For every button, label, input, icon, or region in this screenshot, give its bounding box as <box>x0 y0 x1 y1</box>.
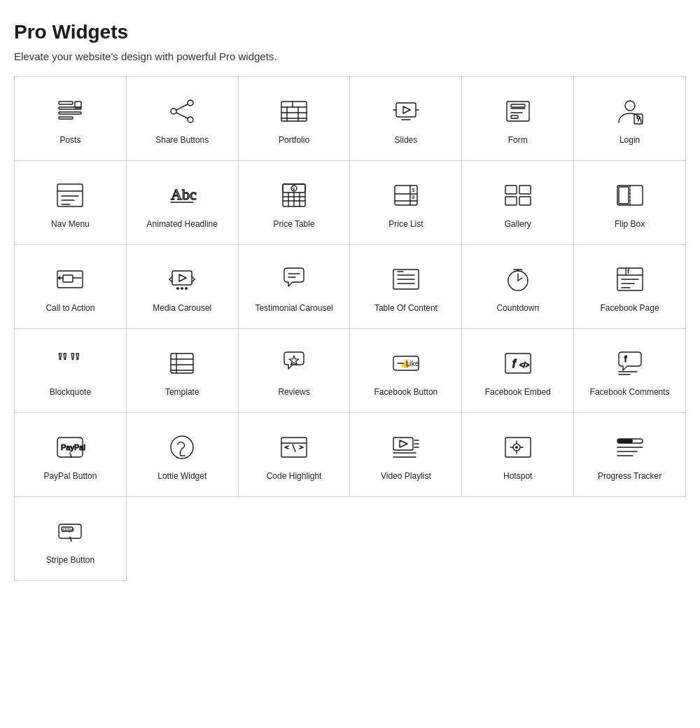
page-title: Pro Widgets <box>14 21 686 43</box>
portfolio-icon <box>277 94 311 128</box>
widget-item-template[interactable]: Template <box>127 329 239 413</box>
svg-rect-59 <box>619 187 629 204</box>
widget-item-facebook-page[interactable]: fFacebook Page <box>574 245 686 329</box>
widget-item-price-table[interactable]: $Price Table <box>239 161 351 245</box>
blockquote-label: Blockquote <box>50 387 91 398</box>
widget-item-progress-tracker[interactable]: Progress Tracker <box>574 413 686 497</box>
nav-menu-icon <box>53 178 87 212</box>
code-highlight-label: Code Highlight <box>267 471 322 482</box>
svg-text:Like: Like <box>406 360 419 368</box>
share-buttons-label: Share Buttons <box>155 135 209 146</box>
widget-item-gallery[interactable]: Gallery <box>462 161 574 245</box>
paypal-button-label: PayPal Button <box>43 471 97 482</box>
widget-item-nav-menu[interactable]: Nav Menu <box>15 161 127 245</box>
widget-item-code-highlight[interactable]: Code Highlight <box>239 413 351 497</box>
facebook-page-label: Facebook Page <box>601 303 659 314</box>
widget-item-lottie-widget[interactable]: Lottie Widget <box>127 413 239 497</box>
code-highlight-icon <box>277 430 311 464</box>
svg-text:": " <box>70 348 80 376</box>
facebook-page-icon: f <box>613 262 647 296</box>
table-of-content-icon <box>389 262 423 296</box>
svg-rect-56 <box>519 197 531 205</box>
table-of-content-label: Table Of Content <box>374 303 438 314</box>
facebook-embed-label: Facebook Embed <box>485 387 551 398</box>
widget-item-call-to-action[interactable]: Call to Action <box>15 245 127 329</box>
svg-point-7 <box>171 108 176 114</box>
price-table-icon: $ <box>277 178 311 212</box>
testimonial-carousel-icon <box>277 262 311 296</box>
svg-rect-26 <box>511 115 518 118</box>
widget-item-share-buttons[interactable]: Share Buttons <box>127 77 239 161</box>
gallery-icon <box>501 178 535 212</box>
widget-item-login[interactable]: Login <box>574 77 686 161</box>
stripe-button-icon: stripe <box>53 514 87 548</box>
slides-icon <box>389 94 423 128</box>
svg-text:$: $ <box>412 187 415 193</box>
flip-box-icon <box>613 178 647 212</box>
facebook-comments-icon: f <box>613 346 647 380</box>
svg-point-27 <box>625 101 635 111</box>
widget-item-media-carousel[interactable]: Media Carousel <box>127 245 239 329</box>
svg-line-141 <box>70 537 71 541</box>
reviews-icon <box>277 346 311 380</box>
testimonial-carousel-label: Testimonial Carousel <box>255 303 332 314</box>
widget-item-facebook-embed[interactable]: f</>Facebook Embed <box>462 329 574 413</box>
posts-label: Posts <box>59 135 80 146</box>
svg-rect-2 <box>59 112 81 114</box>
stripe-button-label: Stripe Button <box>46 555 94 566</box>
svg-marker-120 <box>400 440 407 447</box>
widget-item-flip-box[interactable]: Flip Box <box>574 161 686 245</box>
svg-line-117 <box>293 444 295 451</box>
progress-tracker-icon <box>613 430 647 464</box>
svg-rect-61 <box>63 275 73 282</box>
svg-rect-57 <box>617 186 643 205</box>
slides-label: Slides <box>395 135 418 146</box>
widget-item-hotspot[interactable]: Hotspot <box>462 413 574 497</box>
svg-text:stripe: stripe <box>62 527 74 533</box>
gallery-label: Gallery <box>505 219 531 230</box>
widget-item-facebook-button[interactable]: 👍LikeFacebook Button <box>350 329 462 413</box>
svg-rect-60 <box>57 271 83 288</box>
svg-rect-54 <box>519 186 531 194</box>
template-icon <box>165 346 199 380</box>
lottie-widget-icon <box>165 430 199 464</box>
widget-item-paypal-button[interactable]: PayPalPayPal Button <box>15 413 127 497</box>
widget-item-blockquote[interactable]: ""Blockquote <box>15 329 127 413</box>
animated-headline-label: Animated Headline <box>147 219 218 230</box>
facebook-button-label: Facebook Button <box>374 387 438 398</box>
page-subtitle: Elevate your website's design with power… <box>14 50 686 62</box>
widget-item-video-playlist[interactable]: Video Playlist <box>350 413 462 497</box>
widget-item-price-list[interactable]: $$Price List <box>350 161 462 245</box>
call-to-action-icon <box>53 262 87 296</box>
svg-marker-18 <box>403 106 410 113</box>
call-to-action-label: Call to Action <box>46 303 94 314</box>
svg-text:$: $ <box>292 186 295 192</box>
svg-rect-134 <box>617 439 633 443</box>
svg-text:Abc: Abc <box>171 186 197 203</box>
svg-rect-53 <box>505 186 517 194</box>
reviews-label: Reviews <box>278 387 309 398</box>
widget-item-testimonial-carousel[interactable]: Testimonial Carousel <box>239 245 351 329</box>
widget-item-facebook-comments[interactable]: fFacebook Comments <box>574 329 686 413</box>
widget-item-reviews[interactable]: Reviews <box>239 329 351 413</box>
widget-item-stripe-button[interactable]: stripeStripe Button <box>15 497 127 581</box>
widget-item-portfolio[interactable]: Portfolio <box>239 77 351 161</box>
svg-point-6 <box>188 117 193 122</box>
facebook-comments-label: Facebook Comments <box>590 387 670 398</box>
widget-item-form[interactable]: Form <box>462 77 574 161</box>
widget-item-table-of-content[interactable]: Table Of Content <box>350 245 462 329</box>
svg-rect-31 <box>57 184 83 206</box>
svg-point-114 <box>171 436 193 458</box>
widget-item-posts[interactable]: Posts <box>15 77 127 161</box>
login-label: Login <box>620 135 640 146</box>
widget-item-countdown[interactable]: Countdown <box>462 245 574 329</box>
animated-headline-icon: Abc <box>165 178 199 212</box>
widget-item-animated-headline[interactable]: AbcAnimated Headline <box>127 161 239 245</box>
svg-marker-66 <box>179 274 186 281</box>
widget-item-slides[interactable]: Slides <box>350 77 462 161</box>
posts-icon <box>53 94 87 128</box>
countdown-label: Countdown <box>496 303 539 314</box>
svg-text:f: f <box>627 268 630 275</box>
svg-line-113 <box>70 453 71 457</box>
svg-point-132 <box>515 446 518 449</box>
